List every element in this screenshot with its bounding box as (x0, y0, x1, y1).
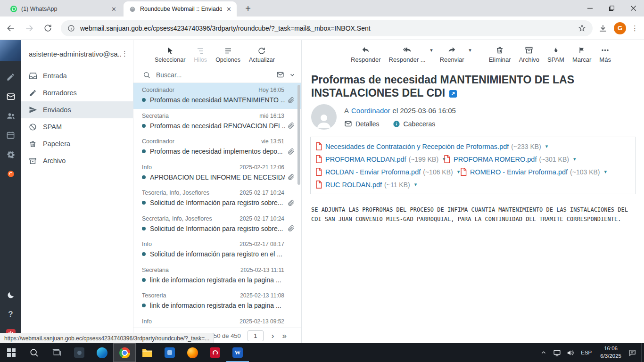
word-icon[interactable]: W (226, 343, 249, 362)
url-text[interactable]: webmail.sanjuan.gob.ec/cpsess4234740396/… (80, 25, 574, 32)
window-maximize-button[interactable] (601, 0, 622, 16)
sidebar-item-papelera[interactable]: Papelera (21, 135, 133, 152)
new-tab-button[interactable]: + (241, 2, 255, 15)
help-icon[interactable]: ? (0, 304, 21, 324)
folder-options-icon[interactable]: ⋮ (121, 49, 128, 58)
account-header[interactable]: asistente-administrativo@sa... ⋮ (21, 40, 133, 67)
more-button[interactable]: Más (599, 45, 611, 63)
message-row[interactable]: CoordinadorHoy 16:05 Proformas de necesi… (133, 83, 301, 109)
forward-button[interactable] (22, 21, 37, 36)
headers-link[interactable]: Cabeceras (404, 120, 436, 128)
message-row[interactable]: Coordinadorvie 13:51 Proformas de necesi… (133, 134, 301, 160)
archive-button[interactable]: Archivo (519, 45, 539, 63)
spam-button[interactable]: SPAM (547, 45, 564, 63)
attachment-menu-caret-icon[interactable]: ▾ (457, 169, 460, 175)
tab-close-icon[interactable]: ✕ (225, 5, 233, 13)
page-input[interactable] (248, 330, 264, 341)
open-in-new-window-icon[interactable] (449, 90, 457, 98)
contacts-icon[interactable] (0, 106, 21, 125)
message-row[interactable]: Secretaria2025-02-13 11:11 link de infor… (133, 263, 301, 289)
task-view-icon[interactable] (45, 343, 68, 362)
last-page-icon[interactable]: » (282, 332, 287, 340)
attachment-item[interactable]: ROMERO - Enviar Proforma.pdf (~103 KB) ▾ (460, 168, 607, 176)
taskbar-clock[interactable]: 16:06 6/3/2025 (596, 345, 626, 360)
tab-close-icon[interactable]: ✕ (110, 5, 118, 13)
attachment-item[interactable]: ROLDAN - Enviar Proforma.pdf (~106 KB) ▾ (315, 168, 460, 176)
select-button[interactable]: Seleccionar (155, 45, 185, 63)
window-minimize-button[interactable] (579, 0, 601, 16)
attachment-item[interactable]: PROFORMA ROMERO.pdf (~301 KB) ▾ (444, 155, 576, 163)
forward-button[interactable]: Reenviar ▾ (440, 45, 464, 63)
volume-icon[interactable] (563, 343, 577, 362)
reply-all-button[interactable]: Responder ... ▾ (389, 45, 426, 63)
sidebar-item-borradores[interactable]: Borradores (21, 84, 133, 101)
chrome-icon[interactable] (113, 343, 136, 362)
address-bar[interactable]: webmail.sanjuan.gob.ec/cpsess4234740396/… (61, 20, 593, 36)
reload-button[interactable] (40, 21, 55, 36)
taskbar-search-icon[interactable] (23, 343, 45, 362)
show-desktop-button[interactable] (641, 343, 644, 362)
search-scope-mail-icon[interactable] (276, 71, 284, 79)
language-indicator[interactable]: ESP (577, 350, 596, 355)
list-scrollbar[interactable] (297, 85, 300, 185)
search-options-caret-icon[interactable] (289, 72, 296, 78)
forward-menu-caret-icon[interactable]: ▾ (469, 47, 471, 53)
attachment-name[interactable]: ROLDAN - Enviar Proforma.pdf (325, 168, 421, 176)
next-page-icon[interactable]: › (272, 332, 274, 340)
bookmark-star-icon[interactable] (578, 24, 586, 32)
attachment-name[interactable]: ROMERO - Enviar Proforma.pdf (470, 168, 568, 176)
mark-button[interactable]: Marcar (572, 45, 591, 63)
acrobat-icon[interactable] (204, 343, 226, 362)
firefox-icon[interactable] (181, 343, 204, 362)
downloads-icon[interactable] (598, 24, 608, 33)
attachment-name[interactable]: PROFORMA ROLDAN.pdf (325, 156, 406, 163)
blue-app-icon[interactable] (158, 343, 181, 362)
site-info-icon[interactable] (67, 25, 75, 32)
calendar-icon[interactable] (0, 125, 21, 145)
attachment-menu-caret-icon[interactable]: ▾ (414, 181, 417, 188)
network-icon[interactable] (550, 343, 563, 362)
message-row[interactable]: Tesoreria2025-02-13 11:08 link de inform… (133, 288, 301, 314)
attachment-name[interactable]: RUC ROLDAN.pdf (325, 181, 382, 189)
message-row[interactable]: Info2025-02-21 12:06 APROBACION DEL INFO… (133, 160, 301, 186)
attachment-item[interactable]: Necesidades de Contratación y Recepción … (315, 142, 548, 150)
dark-app-icon[interactable] (68, 343, 91, 362)
browser-menu-icon[interactable]: ⋮ (631, 24, 638, 33)
reply-all-menu-caret-icon[interactable]: ▾ (430, 47, 433, 53)
profile-avatar[interactable]: G (614, 22, 626, 34)
message-row[interactable]: Tesoreria, Info, Joseflores2025-02-17 10… (133, 186, 301, 212)
action-center-icon[interactable] (626, 343, 639, 362)
cpanel-icon[interactable] (0, 164, 21, 183)
dark-mode-moon-icon[interactable] (0, 285, 21, 304)
message-row[interactable]: Secretariamié 16:13 Proformas de necesid… (133, 109, 301, 135)
message-row[interactable]: Info2025-02-17 08:17 Solicitud de inform… (133, 237, 301, 263)
tray-expand-icon[interactable] (537, 343, 550, 362)
options-button[interactable]: Opciones (215, 45, 240, 63)
sidebar-item-spam[interactable]: SPAM (21, 118, 133, 135)
search-input[interactable] (156, 71, 276, 79)
refresh-button[interactable]: Actualizar (249, 45, 275, 63)
attachment-item[interactable]: PROFORMA ROLDAN.pdf (~199 KB) ▾ (315, 155, 444, 163)
window-close-button[interactable] (622, 0, 644, 16)
message-row[interactable]: Secretaria, Info, Joseflores2025-02-17 1… (133, 212, 301, 238)
sidebar-item-enviados[interactable]: Enviados (21, 101, 133, 118)
file-explorer-icon[interactable] (136, 343, 158, 362)
reply-button[interactable]: Responder (351, 45, 381, 63)
attachment-item[interactable]: RUC ROLDAN.pdf (~11 KB) ▾ (315, 181, 417, 189)
recipient-link[interactable]: Coordinador (351, 107, 390, 115)
sidebar-item-archivo[interactable]: Archivo (21, 152, 133, 169)
threads-button[interactable]: Hilos (194, 45, 207, 63)
tab-roundcube[interactable]: Roundcube Webmail :: Enviado... ✕ (124, 1, 237, 16)
start-button[interactable] (0, 343, 23, 362)
attachment-menu-caret-icon[interactable]: ▾ (573, 156, 576, 162)
mail-icon[interactable] (0, 87, 21, 106)
attachment-menu-caret-icon[interactable]: ▾ (545, 143, 548, 149)
message-row[interactable]: Info2025-02-13 09:52 (133, 314, 301, 328)
attachment-menu-caret-icon[interactable]: ▾ (604, 169, 607, 175)
compose-icon[interactable] (0, 67, 21, 87)
search-bar[interactable] (133, 67, 301, 83)
back-button[interactable] (3, 21, 18, 36)
attachment-name[interactable]: PROFORMA ROMERO.pdf (454, 156, 537, 163)
sidebar-item-entrada[interactable]: Entrada (21, 67, 133, 84)
tab-whatsapp[interactable]: (1) WhatsApp ✕ (5, 1, 122, 16)
